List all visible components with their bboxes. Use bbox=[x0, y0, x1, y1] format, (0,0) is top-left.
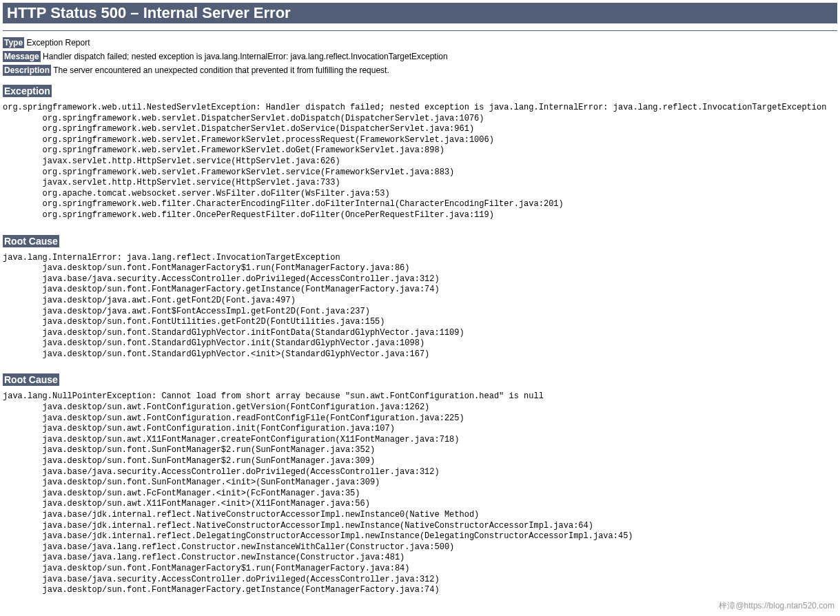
root-cause-2-heading: Root Cause bbox=[3, 373, 59, 386]
message-value: Handler dispatch failed; nested exceptio… bbox=[41, 52, 448, 61]
watermark: 梓漳@https://blog.ntan520.com bbox=[719, 600, 834, 607]
message-line: Message Handler dispatch failed; nested … bbox=[3, 52, 837, 61]
root-cause-2-stacktrace: java.lang.NullPointerException: Cannot l… bbox=[3, 391, 837, 595]
exception-stacktrace: org.springframework.web.util.NestedServl… bbox=[3, 103, 837, 221]
type-value: Exception Report bbox=[24, 38, 90, 48]
root-cause-1-stacktrace: java.lang.InternalError: java.lang.refle… bbox=[3, 253, 837, 360]
description-value: The server encountered an unexpected con… bbox=[51, 65, 389, 75]
type-label: Type bbox=[3, 37, 24, 48]
root-cause-1-heading: Root Cause bbox=[3, 235, 59, 247]
description-label: Description bbox=[3, 65, 51, 76]
type-line: Type Exception Report bbox=[3, 38, 837, 48]
divider bbox=[3, 30, 837, 31]
page-title: HTTP Status 500 – Internal Server Error bbox=[3, 3, 837, 23]
exception-heading: Exception bbox=[3, 85, 52, 97]
message-label: Message bbox=[3, 51, 41, 62]
description-line: Description The server encountered an un… bbox=[3, 65, 837, 75]
